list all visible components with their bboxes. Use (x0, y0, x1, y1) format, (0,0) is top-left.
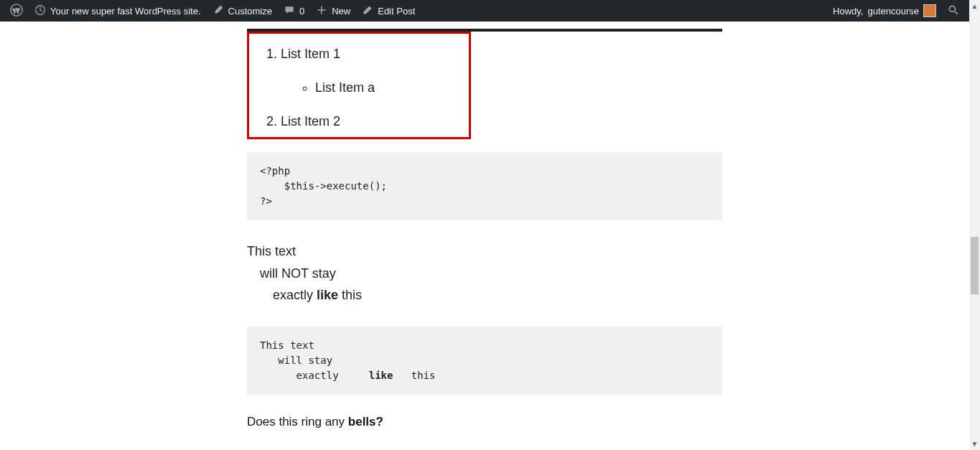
pre-after: this (393, 370, 435, 381)
howdy-prefix: Howdy, (833, 6, 863, 17)
site-name-text: Your new super fast WordPress site. (50, 6, 201, 17)
edit-post-link[interactable]: Edit Post (356, 0, 421, 22)
dashboard-icon (34, 4, 46, 18)
nested-unordered-list: List Item a (281, 80, 454, 95)
varied-line-1: This text (247, 240, 722, 263)
varied-line-3: exactly like this (247, 284, 722, 306)
wordpress-logo-icon (10, 4, 23, 19)
vertical-scrollbar[interactable]: ▲ ▼ (969, 0, 980, 450)
ordered-list: List Item 1 List Item a List Item 2 (263, 47, 454, 129)
varied-line-2: will NOT stay (247, 263, 722, 285)
bells-pre: Does this ring any (247, 415, 348, 428)
comments-link[interactable]: 0 (278, 0, 310, 22)
new-link[interactable]: New (310, 0, 356, 22)
brush-icon (213, 4, 224, 18)
comment-icon (284, 4, 295, 18)
site-name-link[interactable]: Your new super fast WordPress site. (29, 0, 207, 22)
scroll-up-button[interactable]: ▲ (969, 0, 980, 12)
pre-bold: like (369, 370, 393, 381)
list-item-label: List Item a (315, 80, 375, 95)
svg-point-2 (949, 6, 955, 11)
bells-text: Does this ring any bells? (247, 415, 722, 429)
varied-line-3-pre: exactly (273, 288, 317, 302)
scroll-thumb[interactable] (971, 237, 979, 294)
php-code-block: <?php $this->execute(); ?> (247, 152, 722, 220)
avatar (923, 4, 936, 17)
howdy-account[interactable]: Howdy, gutencourse (827, 0, 942, 22)
bells-bold: bells? (348, 415, 383, 428)
varied-line-3-post: this (338, 288, 362, 302)
preformatted-block: This text will stay exactly like this (247, 327, 722, 395)
customize-label: Customize (228, 6, 272, 17)
list-item: List Item a (315, 80, 454, 95)
edit-post-label: Edit Post (378, 6, 415, 17)
varied-text-block: This text will NOT stay exactly like thi… (247, 240, 722, 306)
list-item-label: List Item 2 (281, 114, 340, 128)
highlighted-list-box: List Item 1 List Item a List Item 2 (247, 32, 471, 139)
pre-before: This text will stay exactly (260, 339, 369, 381)
howdy-username: gutencourse (867, 6, 919, 17)
scroll-down-button[interactable]: ▼ (969, 438, 980, 450)
varied-line-3-bold: like (317, 288, 338, 302)
customize-link[interactable]: Customize (207, 0, 278, 22)
plus-icon (316, 4, 327, 18)
comments-count: 0 (299, 6, 304, 17)
wp-logo[interactable] (4, 0, 29, 22)
list-item: List Item 1 List Item a (281, 47, 454, 95)
page-content: List Item 1 List Item a List Item 2 <?ph… (0, 22, 969, 429)
new-label: New (332, 6, 350, 17)
search-icon (948, 4, 959, 18)
pencil-icon (362, 4, 373, 18)
list-item-label: List Item 1 (281, 47, 340, 61)
wp-admin-bar: Your new super fast WordPress site. Cust… (0, 0, 969, 22)
search-toggle[interactable] (942, 0, 965, 22)
list-item: List Item 2 (281, 114, 454, 129)
